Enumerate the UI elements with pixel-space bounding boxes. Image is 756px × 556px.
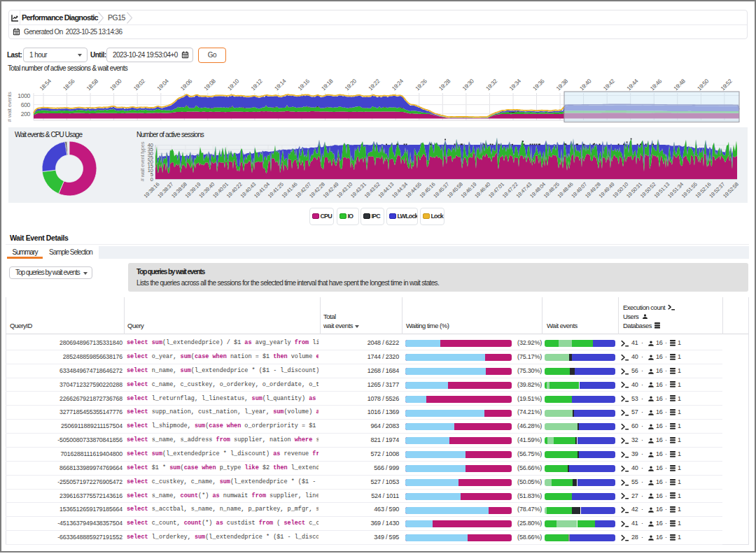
svg-text:19:40: 19:40 xyxy=(579,78,593,92)
svg-text:18:58: 18:58 xyxy=(85,78,99,92)
svg-text:19:38: 19:38 xyxy=(555,78,569,92)
svg-text:600: 600 xyxy=(21,101,31,108)
svg-text:19:50: 19:50 xyxy=(696,78,710,92)
svg-text:19:20: 19:20 xyxy=(344,78,358,92)
svg-text:# wait event types: # wait event types xyxy=(139,141,146,181)
svg-text:19:12: 19:12 xyxy=(250,78,264,92)
svg-text:19:04: 19:04 xyxy=(156,78,170,92)
svg-text:19:34: 19:34 xyxy=(508,78,522,92)
svg-text:1000: 1000 xyxy=(18,92,30,99)
svg-text:19:42: 19:42 xyxy=(602,78,616,92)
svg-text:19:32: 19:32 xyxy=(484,78,498,92)
svg-text:19:52: 19:52 xyxy=(720,78,734,92)
svg-text:19:18: 19:18 xyxy=(321,78,335,92)
svg-text:18:56: 18:56 xyxy=(62,78,76,92)
svg-text:19:44: 19:44 xyxy=(626,78,640,92)
svg-text:Wait events & CPU Usage: Wait events & CPU Usage xyxy=(15,131,83,138)
svg-text:19:28: 19:28 xyxy=(438,78,451,92)
svg-text:18:54: 18:54 xyxy=(38,78,52,92)
svg-text:19:48: 19:48 xyxy=(673,78,687,92)
svg-text:19:46: 19:46 xyxy=(649,78,663,92)
svg-text:19:22: 19:22 xyxy=(368,78,382,92)
svg-text:19:30: 19:30 xyxy=(461,78,475,92)
svg-text:19:00: 19:00 xyxy=(109,78,123,92)
svg-text:19:08: 19:08 xyxy=(203,78,217,92)
svg-text:19:10: 19:10 xyxy=(226,78,240,92)
svg-text:19:26: 19:26 xyxy=(414,78,428,92)
svg-text:200: 200 xyxy=(21,111,31,117)
svg-text:19:14: 19:14 xyxy=(274,78,288,92)
svg-text:19:06: 19:06 xyxy=(179,78,193,92)
svg-text:# wait events: # wait events xyxy=(6,92,13,122)
svg-text:19:02: 19:02 xyxy=(132,78,146,92)
svg-text:19:36: 19:36 xyxy=(532,78,546,92)
svg-text:19:16: 19:16 xyxy=(297,78,311,92)
svg-text:Number of active sessions: Number of active sessions xyxy=(136,131,204,138)
svg-text:40: 40 xyxy=(148,142,153,148)
svg-text:19:24: 19:24 xyxy=(391,78,405,92)
